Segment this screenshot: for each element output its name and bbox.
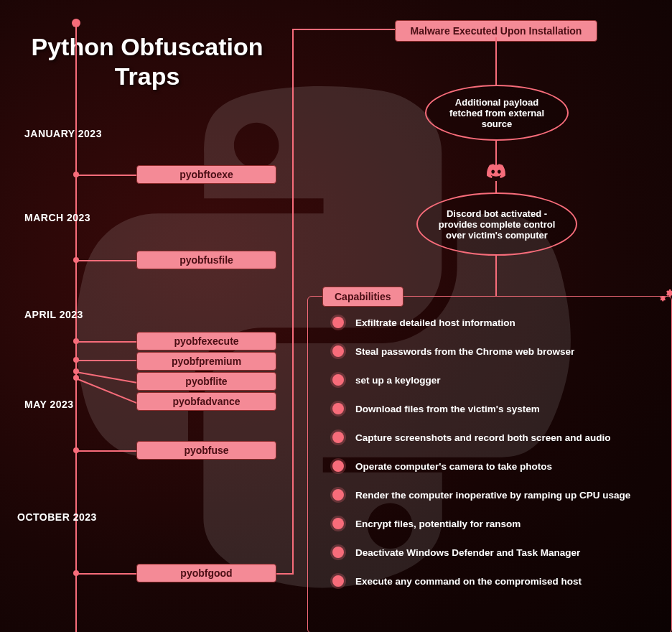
bullet-icon [332, 345, 344, 357]
timeline-connector [76, 341, 136, 343]
month-may: MAY 2023 [24, 399, 74, 410]
flow-connector [495, 256, 497, 296]
diagram-title: Python Obfuscation Traps [22, 32, 273, 91]
bullet-icon [332, 403, 344, 414]
bullet-icon [332, 518, 344, 529]
flow-payload-ellipse: Additional payload fetched from external… [425, 85, 569, 141]
capability-text: Steal passwords from the Chrome web brow… [355, 346, 574, 357]
bullet-icon [332, 575, 344, 587]
capability-text: Operate computer's camera to take photos [355, 461, 552, 472]
package-pyobflite: pyobflite [136, 372, 276, 391]
package-pyobfgood: pyobfgood [136, 564, 276, 582]
flow-connector [292, 29, 294, 574]
flow-connector [495, 141, 497, 165]
bullet-icon [332, 460, 344, 472]
capability-item: Download files from the victim's system [332, 403, 664, 414]
capability-item: set up a keylogger [332, 374, 664, 386]
capability-item: Operate computer's camera to take photos [332, 460, 664, 472]
capability-text: Capture screenshots and record both scre… [355, 432, 611, 443]
timeline-connector [76, 260, 136, 261]
flow-discord-ellipse: Discord bot activated - provides complet… [416, 192, 577, 256]
capability-item: Render the computer inoperative by rampi… [332, 489, 664, 501]
capability-text: set up a keylogger [355, 375, 441, 386]
package-pyobfadvance: pyobfadvance [136, 392, 276, 411]
capability-item: Capture screenshots and record both scre… [332, 432, 664, 443]
capability-text: Download files from the victim's system [355, 404, 540, 414]
timeline-connector [76, 450, 136, 452]
capability-item: Execute any command on the compromised h… [332, 575, 664, 587]
capabilities-panel: Capabilities Exfiltrate detailed host in… [307, 296, 672, 632]
bullet-icon [332, 374, 344, 386]
capability-item: Encrypt files, potentially for ransom [332, 518, 664, 529]
month-october: OCTOBER 2023 [17, 511, 97, 523]
package-pyobfusfile: pyobfusfile [136, 251, 276, 269]
title-line1: Python Obfuscation [32, 33, 263, 60]
bullet-icon [332, 489, 344, 501]
gear-icon [657, 288, 672, 310]
capability-item: Steal passwords from the Chrome web brow… [332, 345, 664, 357]
discord-icon [487, 164, 505, 180]
package-pyobfexecute: pyobfexecute [136, 332, 276, 350]
flow-connector [495, 37, 497, 86]
capability-text: Exfiltrate detailed host information [355, 317, 515, 328]
package-pyobfpremium: pyobfpremium [136, 352, 276, 371]
capability-text: Deactivate Windows Defender and Task Man… [355, 547, 580, 558]
timeline-line [75, 22, 77, 632]
month-january: JANUARY 2023 [24, 128, 102, 139]
timeline-connector [76, 175, 136, 176]
capabilities-list: Exfiltrate detailed host information Ste… [332, 317, 664, 604]
flow-connector [292, 29, 395, 30]
timeline-connector [76, 573, 136, 575]
capability-text: Encrypt files, potentially for ransom [355, 519, 521, 529]
month-april: APRIL 2023 [24, 309, 83, 320]
bullet-icon [332, 547, 344, 558]
flow-connector [276, 573, 294, 575]
capability-item: Deactivate Windows Defender and Task Man… [332, 547, 664, 558]
timeline-connector [76, 360, 136, 361]
package-pyobfuse: pyobfuse [136, 441, 276, 460]
title-line2: Traps [115, 62, 180, 90]
package-pyobftoexe: pyobftoexe [136, 165, 276, 184]
capability-text: Render the computer inoperative by rampi… [355, 490, 630, 501]
bullet-icon [332, 432, 344, 443]
capability-text: Execute any command on the compromised h… [355, 576, 582, 587]
bullet-icon [332, 317, 344, 328]
month-march: MARCH 2023 [24, 212, 90, 223]
capability-item: Exfiltrate detailed host information [332, 317, 664, 328]
capabilities-header: Capabilities [322, 287, 403, 307]
